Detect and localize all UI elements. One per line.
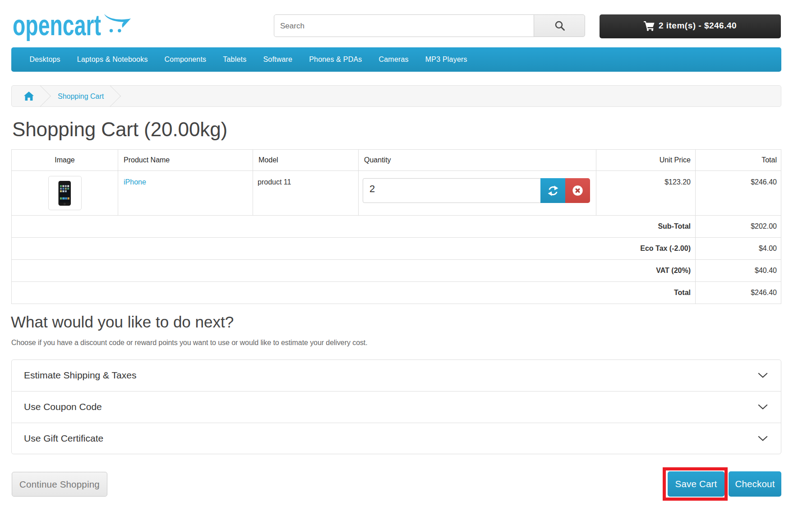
- svg-text:opencart: opencart: [13, 13, 101, 41]
